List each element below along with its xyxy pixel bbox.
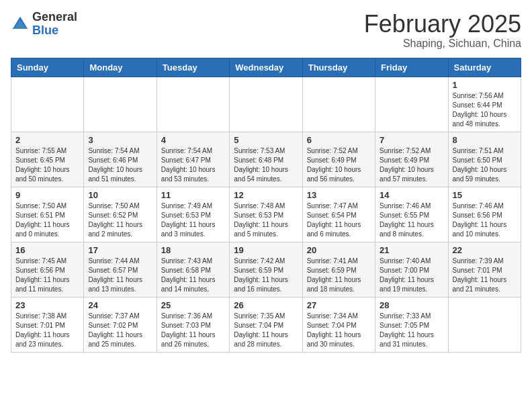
calendar-cell: 22Sunrise: 7:39 AM Sunset: 7:01 PM Dayli… [448,242,521,297]
day-number: 28 [380,300,443,310]
day-number: 17 [88,245,152,255]
day-info: Sunrise: 7:36 AM Sunset: 7:03 PM Dayligh… [161,312,225,349]
day-number: 10 [88,190,152,200]
logo: General Blue [11,11,77,38]
calendar-cell: 13Sunrise: 7:47 AM Sunset: 6:54 PM Dayli… [302,187,375,242]
calendar-cell: 24Sunrise: 7:37 AM Sunset: 7:02 PM Dayli… [84,297,157,352]
calendar-cell: 4Sunrise: 7:54 AM Sunset: 6:47 PM Daylig… [157,132,229,187]
calendar-cell [448,297,521,352]
day-number: 13 [307,190,371,200]
day-number: 11 [161,190,225,200]
calendar-cell: 5Sunrise: 7:53 AM Sunset: 6:48 PM Daylig… [230,132,302,187]
day-info: Sunrise: 7:54 AM Sunset: 6:46 PM Dayligh… [88,146,152,184]
day-number: 19 [234,245,298,255]
day-number: 8 [453,135,517,145]
calendar-cell [230,77,302,132]
calendar-cell: 7Sunrise: 7:52 AM Sunset: 6:49 PM Daylig… [375,132,448,187]
day-info: Sunrise: 7:53 AM Sunset: 6:48 PM Dayligh… [234,146,298,184]
day-info: Sunrise: 7:45 AM Sunset: 6:56 PM Dayligh… [15,257,79,294]
weekday-header-wednesday: Wednesday [230,58,302,77]
day-info: Sunrise: 7:52 AM Sunset: 6:49 PM Dayligh… [380,146,443,184]
location-text: Shaping, Sichuan, China [364,38,521,50]
calendar-cell: 15Sunrise: 7:46 AM Sunset: 6:56 PM Dayli… [448,187,521,242]
calendar-cell: 23Sunrise: 7:38 AM Sunset: 7:01 PM Dayli… [11,297,84,352]
calendar-cell [11,77,84,132]
day-number: 3 [88,135,152,145]
day-number: 9 [15,190,79,200]
calendar-cell: 1Sunrise: 7:56 AM Sunset: 6:44 PM Daylig… [448,77,521,132]
calendar-week-2: 2Sunrise: 7:55 AM Sunset: 6:45 PM Daylig… [11,132,521,187]
calendar-cell [84,77,157,132]
day-info: Sunrise: 7:43 AM Sunset: 6:58 PM Dayligh… [161,257,225,294]
calendar-cell: 21Sunrise: 7:40 AM Sunset: 7:00 PM Dayli… [375,242,448,297]
calendar-week-1: 1Sunrise: 7:56 AM Sunset: 6:44 PM Daylig… [11,77,521,132]
day-number: 27 [307,300,371,310]
day-number: 24 [88,300,152,310]
day-number: 6 [307,135,371,145]
day-info: Sunrise: 7:52 AM Sunset: 6:49 PM Dayligh… [307,146,371,184]
month-title: February 2025 [364,11,521,38]
day-info: Sunrise: 7:48 AM Sunset: 6:53 PM Dayligh… [234,201,298,239]
page-header: General Blue February 2025 Shaping, Sich… [11,11,521,50]
calendar-week-5: 23Sunrise: 7:38 AM Sunset: 7:01 PM Dayli… [11,297,521,352]
day-info: Sunrise: 7:41 AM Sunset: 6:59 PM Dayligh… [307,257,371,294]
logo-text: General Blue [32,11,77,38]
weekday-header-saturday: Saturday [448,58,521,77]
calendar-cell [157,77,229,132]
calendar-cell: 16Sunrise: 7:45 AM Sunset: 6:56 PM Dayli… [11,242,84,297]
calendar-cell: 14Sunrise: 7:46 AM Sunset: 6:55 PM Dayli… [375,187,448,242]
day-info: Sunrise: 7:42 AM Sunset: 6:59 PM Dayligh… [234,257,298,294]
logo-general-text: General [32,11,77,24]
calendar-cell: 25Sunrise: 7:36 AM Sunset: 7:03 PM Dayli… [157,297,229,352]
day-info: Sunrise: 7:47 AM Sunset: 6:54 PM Dayligh… [307,201,371,239]
day-info: Sunrise: 7:39 AM Sunset: 7:01 PM Dayligh… [453,257,517,294]
day-info: Sunrise: 7:37 AM Sunset: 7:02 PM Dayligh… [88,312,152,349]
day-info: Sunrise: 7:33 AM Sunset: 7:05 PM Dayligh… [380,312,443,349]
day-info: Sunrise: 7:55 AM Sunset: 6:45 PM Dayligh… [15,146,79,184]
calendar-header: SundayMondayTuesdayWednesdayThursdayFrid… [11,58,521,77]
calendar-cell: 8Sunrise: 7:51 AM Sunset: 6:50 PM Daylig… [448,132,521,187]
calendar-cell: 12Sunrise: 7:48 AM Sunset: 6:53 PM Dayli… [230,187,302,242]
calendar-cell: 28Sunrise: 7:33 AM Sunset: 7:05 PM Dayli… [375,297,448,352]
day-info: Sunrise: 7:44 AM Sunset: 6:57 PM Dayligh… [88,257,152,294]
calendar-cell [375,77,448,132]
weekday-header-thursday: Thursday [302,58,375,77]
calendar-cell: 19Sunrise: 7:42 AM Sunset: 6:59 PM Dayli… [230,242,302,297]
day-number: 7 [380,135,443,145]
day-number: 15 [453,190,517,200]
day-info: Sunrise: 7:54 AM Sunset: 6:47 PM Dayligh… [161,146,225,184]
day-number: 1 [453,80,517,90]
calendar-cell: 2Sunrise: 7:55 AM Sunset: 6:45 PM Daylig… [11,132,84,187]
day-info: Sunrise: 7:50 AM Sunset: 6:51 PM Dayligh… [15,201,79,239]
logo-blue-text: Blue [32,24,77,38]
day-number: 4 [161,135,225,145]
day-number: 20 [307,245,371,255]
day-info: Sunrise: 7:40 AM Sunset: 7:00 PM Dayligh… [380,257,443,294]
day-info: Sunrise: 7:50 AM Sunset: 6:52 PM Dayligh… [88,201,152,239]
day-info: Sunrise: 7:46 AM Sunset: 6:56 PM Dayligh… [453,201,517,239]
calendar-cell: 3Sunrise: 7:54 AM Sunset: 6:46 PM Daylig… [84,132,157,187]
weekday-header-sunday: Sunday [11,58,84,77]
calendar-cell: 9Sunrise: 7:50 AM Sunset: 6:51 PM Daylig… [11,187,84,242]
calendar-cell: 27Sunrise: 7:34 AM Sunset: 7:04 PM Dayli… [302,297,375,352]
title-block: February 2025 Shaping, Sichuan, China [364,11,521,50]
day-number: 12 [234,190,298,200]
calendar-cell: 6Sunrise: 7:52 AM Sunset: 6:49 PM Daylig… [302,132,375,187]
day-info: Sunrise: 7:56 AM Sunset: 6:44 PM Dayligh… [453,91,517,129]
calendar-week-4: 16Sunrise: 7:45 AM Sunset: 6:56 PM Dayli… [11,242,521,297]
day-number: 2 [15,135,79,145]
day-info: Sunrise: 7:38 AM Sunset: 7:01 PM Dayligh… [15,312,79,349]
calendar-cell: 18Sunrise: 7:43 AM Sunset: 6:58 PM Dayli… [157,242,229,297]
day-info: Sunrise: 7:46 AM Sunset: 6:55 PM Dayligh… [380,201,443,239]
calendar-table: SundayMondayTuesdayWednesdayThursdayFrid… [11,58,521,353]
calendar-cell: 17Sunrise: 7:44 AM Sunset: 6:57 PM Dayli… [84,242,157,297]
calendar-cell: 11Sunrise: 7:49 AM Sunset: 6:53 PM Dayli… [157,187,229,242]
day-number: 21 [380,245,443,255]
weekday-header-monday: Monday [84,58,157,77]
weekday-header-tuesday: Tuesday [157,58,229,77]
day-number: 23 [15,300,79,310]
day-number: 26 [234,300,298,310]
day-info: Sunrise: 7:35 AM Sunset: 7:04 PM Dayligh… [234,312,298,349]
weekday-header-row: SundayMondayTuesdayWednesdayThursdayFrid… [11,58,521,77]
calendar-body: 1Sunrise: 7:56 AM Sunset: 6:44 PM Daylig… [11,77,521,352]
